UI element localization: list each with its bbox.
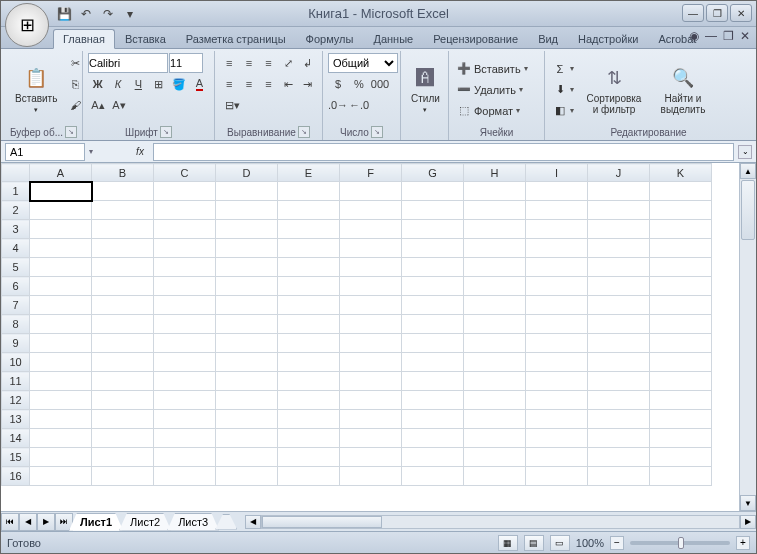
cell-F15[interactable] (340, 448, 402, 467)
cell-K9[interactable] (650, 334, 712, 353)
cell-B6[interactable] (92, 277, 154, 296)
cell-I10[interactable] (526, 353, 588, 372)
cell-K6[interactable] (650, 277, 712, 296)
alignment-dialog-launcher[interactable]: ↘ (298, 126, 310, 138)
cell-G12[interactable] (402, 391, 464, 410)
cell-F16[interactable] (340, 467, 402, 486)
cell-G7[interactable] (402, 296, 464, 315)
cell-C1[interactable] (154, 182, 216, 201)
cell-B11[interactable] (92, 372, 154, 391)
cell-E8[interactable] (278, 315, 340, 334)
cell-G8[interactable] (402, 315, 464, 334)
cell-E6[interactable] (278, 277, 340, 296)
column-header-G[interactable]: G (402, 164, 464, 182)
cell-J14[interactable] (588, 429, 650, 448)
cell-D5[interactable] (216, 258, 278, 277)
cell-F2[interactable] (340, 201, 402, 220)
column-header-E[interactable]: E (278, 164, 340, 182)
formula-input[interactable] (153, 143, 734, 161)
cell-K14[interactable] (650, 429, 712, 448)
cell-D8[interactable] (216, 315, 278, 334)
cell-D11[interactable] (216, 372, 278, 391)
grow-font-button[interactable]: A▴ (88, 95, 108, 115)
cell-E12[interactable] (278, 391, 340, 410)
row-header-4[interactable]: 4 (2, 239, 30, 258)
increase-decimal-button[interactable]: .0→ (328, 95, 348, 115)
cell-C14[interactable] (154, 429, 216, 448)
comma-format-button[interactable]: 000 (370, 74, 390, 94)
scroll-left-button[interactable]: ◀ (245, 515, 261, 529)
cell-A14[interactable] (30, 429, 92, 448)
cell-E2[interactable] (278, 201, 340, 220)
cell-E5[interactable] (278, 258, 340, 277)
cell-I3[interactable] (526, 220, 588, 239)
cell-J3[interactable] (588, 220, 650, 239)
cell-C9[interactable] (154, 334, 216, 353)
styles-button[interactable]: 🅰 Стили ▾ (406, 53, 445, 126)
cell-K2[interactable] (650, 201, 712, 220)
insert-function-button[interactable]: fx (131, 144, 149, 160)
clipboard-dialog-launcher[interactable]: ↘ (65, 126, 77, 138)
cell-D14[interactable] (216, 429, 278, 448)
cell-D1[interactable] (216, 182, 278, 201)
vscroll-thumb[interactable] (741, 180, 755, 240)
cell-C10[interactable] (154, 353, 216, 372)
column-header-C[interactable]: C (154, 164, 216, 182)
tab-view[interactable]: Вид (528, 29, 568, 48)
cell-I14[interactable] (526, 429, 588, 448)
delete-cells-button[interactable]: ➖Удалить▾ (454, 80, 539, 100)
cell-A1[interactable] (30, 182, 92, 201)
cell-A7[interactable] (30, 296, 92, 315)
cell-A13[interactable] (30, 410, 92, 429)
cell-I6[interactable] (526, 277, 588, 296)
cell-I13[interactable] (526, 410, 588, 429)
cell-I9[interactable] (526, 334, 588, 353)
cell-K4[interactable] (650, 239, 712, 258)
cell-G11[interactable] (402, 372, 464, 391)
zoom-level[interactable]: 100% (576, 537, 604, 549)
cell-J1[interactable] (588, 182, 650, 201)
find-select-button[interactable]: 🔍 Найти и выделить (651, 53, 715, 126)
cell-I16[interactable] (526, 467, 588, 486)
row-header-16[interactable]: 16 (2, 467, 30, 486)
align-left-button[interactable]: ≡ (220, 74, 239, 94)
cell-G10[interactable] (402, 353, 464, 372)
cell-I8[interactable] (526, 315, 588, 334)
cell-A11[interactable] (30, 372, 92, 391)
cell-G14[interactable] (402, 429, 464, 448)
increase-indent-button[interactable]: ⇥ (298, 74, 317, 94)
row-header-2[interactable]: 2 (2, 201, 30, 220)
cell-I4[interactable] (526, 239, 588, 258)
orientation-button[interactable]: ⤢ (279, 53, 298, 73)
cell-D7[interactable] (216, 296, 278, 315)
cell-D12[interactable] (216, 391, 278, 410)
cell-B8[interactable] (92, 315, 154, 334)
cell-I15[interactable] (526, 448, 588, 467)
cell-G16[interactable] (402, 467, 464, 486)
cell-E10[interactable] (278, 353, 340, 372)
column-header-H[interactable]: H (464, 164, 526, 182)
cell-H10[interactable] (464, 353, 526, 372)
cell-H11[interactable] (464, 372, 526, 391)
cell-H1[interactable] (464, 182, 526, 201)
sheet-tab-1[interactable]: Лист1 (69, 513, 123, 531)
help-button[interactable]: ◉ (689, 29, 699, 43)
cell-G13[interactable] (402, 410, 464, 429)
cell-A5[interactable] (30, 258, 92, 277)
cell-B13[interactable] (92, 410, 154, 429)
cell-J15[interactable] (588, 448, 650, 467)
shrink-font-button[interactable]: A▾ (109, 95, 129, 115)
cell-E7[interactable] (278, 296, 340, 315)
fill-color-button[interactable]: 🪣 (169, 74, 188, 94)
cell-D10[interactable] (216, 353, 278, 372)
column-header-D[interactable]: D (216, 164, 278, 182)
column-header-K[interactable]: K (650, 164, 712, 182)
cell-B15[interactable] (92, 448, 154, 467)
qat-customize[interactable]: ▾ (121, 5, 139, 23)
cell-G2[interactable] (402, 201, 464, 220)
cell-H6[interactable] (464, 277, 526, 296)
sort-filter-button[interactable]: ⇅ Сортировка и фильтр (580, 53, 648, 126)
autosum-button[interactable]: Σ▾ (550, 59, 577, 79)
cell-K12[interactable] (650, 391, 712, 410)
undo-button[interactable]: ↶ (77, 5, 95, 23)
